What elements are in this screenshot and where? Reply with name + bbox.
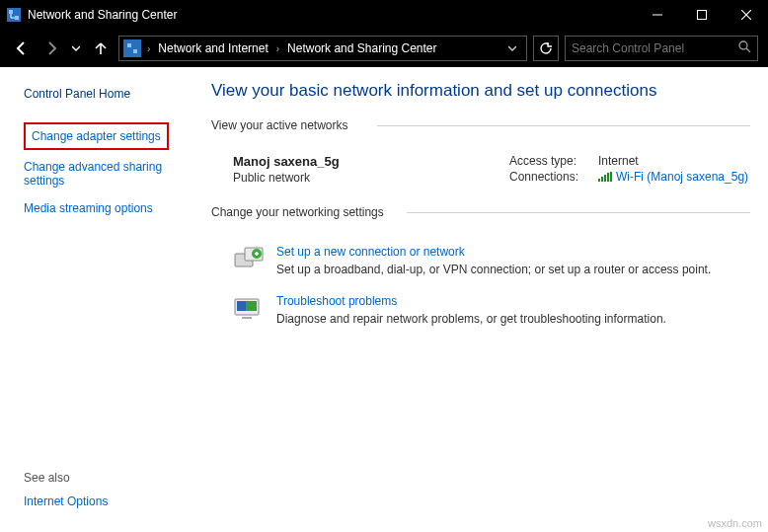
svg-rect-4 [697,11,706,20]
forward-button[interactable] [39,37,63,60]
active-network-row: Manoj saxena_5g Public network Access ty… [211,138,750,205]
breadcrumb-network-sharing[interactable]: Network and Sharing Center [285,41,438,55]
title-bar: Network and Sharing Center [0,0,768,30]
svg-rect-17 [237,301,246,311]
window-controls [635,0,768,30]
close-button[interactable] [724,0,768,30]
breadcrumb-network-internet[interactable]: Network and Internet [156,41,269,55]
search-box[interactable] [565,36,758,61]
connection-name: Wi-Fi (Manoj saxena_5g) [616,170,748,184]
network-identity: Manoj saxena_5g Public network [233,154,509,186]
back-button[interactable] [10,37,34,60]
connection-link[interactable]: Wi-Fi (Manoj saxena_5g) [598,170,748,184]
active-networks-label: View your active networks [211,118,750,132]
breadcrumb-icon [123,39,141,57]
svg-rect-18 [242,317,252,319]
sidebar: Control Panel Home Change adapter settin… [0,67,207,532]
window-title: Network and Sharing Center [28,8,635,22]
access-type-label: Access type: [509,154,598,168]
search-input[interactable] [572,41,730,55]
search-icon [738,40,751,56]
troubleshoot-desc: Diagnose and repair network problems, or… [276,312,750,326]
address-bar: › Network and Internet › Network and Sha… [0,30,768,67]
app-icon [6,7,22,23]
setup-connection-option: Set up a new connection or network Set u… [211,239,750,288]
chevron-right-icon[interactable]: › [143,43,154,54]
network-type: Public network [233,171,509,185]
svg-rect-9 [133,49,137,53]
svg-rect-2 [15,16,19,20]
troubleshoot-option: Troubleshoot problems Diagnose and repai… [211,288,750,338]
control-panel-home-link[interactable]: Control Panel Home [24,85,207,103]
change-adapter-settings-link[interactable]: Change adapter settings [32,127,161,145]
internet-options-link[interactable]: Internet Options [24,494,108,508]
media-streaming-link[interactable]: Media streaming options [24,199,207,217]
breadcrumb-dropdown[interactable] [502,41,522,55]
svg-point-10 [739,41,747,49]
minimize-button[interactable] [635,0,679,30]
troubleshoot-link[interactable]: Troubleshoot problems [276,294,397,308]
change-settings-label: Change your networking settings [211,205,750,219]
setup-connection-link[interactable]: Set up a new connection or network [276,245,465,259]
see-also-label: See also [24,471,70,485]
chevron-right-icon[interactable]: › [272,43,283,54]
setup-connection-desc: Set up a broadband, dial-up, or VPN conn… [276,263,750,276]
watermark: wsxdn.com [708,517,762,529]
svg-line-11 [746,48,750,52]
highlighted-adapter-link: Change adapter settings [24,122,169,150]
recent-dropdown[interactable] [69,37,83,60]
up-button[interactable] [89,37,113,60]
svg-rect-8 [127,43,131,47]
change-advanced-sharing-link[interactable]: Change advanced sharing settings [24,158,182,190]
breadcrumb[interactable]: › Network and Internet › Network and Sha… [118,36,527,61]
wifi-signal-icon [598,172,612,182]
refresh-button[interactable] [533,36,559,61]
connections-label: Connections: [509,170,598,184]
page-heading: View your basic network information and … [211,81,750,101]
svg-rect-1 [9,10,13,14]
network-details: Access type: Internet Connections: Wi-Fi… [509,154,748,186]
setup-connection-icon [233,245,265,272]
maximize-button[interactable] [679,0,724,30]
content-body: Control Panel Home Change adapter settin… [0,67,768,532]
troubleshoot-icon [233,294,265,322]
access-type-value: Internet [598,154,639,168]
networking-settings: Set up a new connection or network Set u… [211,225,750,338]
network-name: Manoj saxena_5g [233,154,509,169]
main-panel: View your basic network information and … [207,67,768,532]
